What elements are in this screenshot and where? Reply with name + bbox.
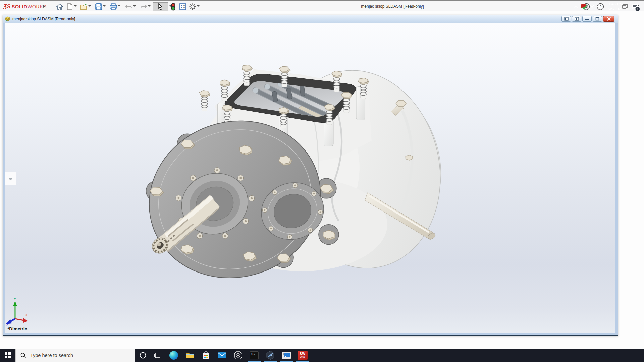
display-app-icon: [282, 351, 291, 359]
action-center-button[interactable]: 1: [628, 0, 641, 13]
cover-screw: [269, 226, 273, 231]
open-caret-icon[interactable]: [88, 5, 91, 7]
gearbox-model[interactable]: Z Y X: [5, 23, 615, 333]
cover-screw: [312, 191, 316, 196]
select-tool-button[interactable]: [153, 2, 168, 11]
save-button[interactable]: [94, 3, 103, 11]
options-caret-icon[interactable]: [197, 5, 200, 7]
feature-panel-collapse-tab[interactable]: [5, 172, 16, 185]
doc-minimize-button[interactable]: [582, 16, 592, 22]
cover-screw: [262, 208, 267, 213]
app-titlebar: ƷS SOLIDWORKS: [0, 1, 644, 11]
file-properties-button[interactable]: [178, 3, 187, 11]
tray-network[interactable]: [588, 0, 596, 13]
boss-screw: [222, 233, 228, 239]
redo-button[interactable]: [139, 3, 148, 11]
edrawings-icon: [266, 351, 275, 360]
search-icon: [20, 353, 26, 358]
tray-date: 5/9/2022: [604, 7, 627, 12]
cover-screw: [287, 235, 292, 239]
document-titlebar[interactable]: menjac sklop.SLDASM [Read-only]: [3, 15, 618, 23]
boss-screw: [190, 175, 196, 181]
cover-screw: [293, 183, 298, 188]
tray-expand-button[interactable]: [572, 0, 580, 13]
microsoft-store-icon: [202, 351, 210, 359]
select-cursor-icon: [158, 3, 163, 10]
taskbar-app-display-app[interactable]: [279, 349, 294, 362]
taskbar-search[interactable]: [15, 349, 135, 362]
traffic-light-icon: [171, 3, 175, 11]
cortana-button[interactable]: [136, 349, 150, 362]
taskbar-app-edrawings[interactable]: [263, 349, 278, 362]
new-document-icon: [67, 3, 72, 10]
boss-screw: [197, 233, 203, 239]
task-view-icon: [154, 352, 161, 359]
options-button[interactable]: [188, 3, 197, 11]
taskbar-app-command-prompt[interactable]: C:\_: [247, 349, 262, 362]
taskbar-app-3d-viewer[interactable]: [231, 349, 246, 362]
taskbar-app-edge[interactable]: [166, 349, 181, 362]
task-view-button[interactable]: [150, 349, 165, 362]
pane-left-icon: [564, 17, 569, 21]
command-prompt-icon: C:\_: [250, 351, 259, 359]
taskbar-app-solidworks[interactable]: SW 2021: [295, 349, 310, 362]
file-properties-icon: [179, 3, 186, 10]
pane-left-button[interactable]: [561, 16, 571, 22]
print-caret-icon[interactable]: [118, 5, 120, 7]
doc-minimize-icon: [585, 17, 589, 21]
flange-bolt: [239, 145, 252, 155]
3d-viewer-icon: [234, 351, 243, 360]
undo-caret-icon[interactable]: [133, 5, 136, 7]
home-button[interactable]: [55, 3, 64, 11]
cortana-icon: [139, 352, 147, 359]
undo-icon: [125, 4, 132, 10]
doc-restore-button[interactable]: [593, 16, 602, 22]
view-orientation-label: *Dimetric: [7, 326, 27, 331]
taskbar-app-store[interactable]: [199, 349, 213, 362]
new-document-button[interactable]: [65, 3, 74, 11]
print-button[interactable]: [109, 3, 118, 11]
pane-right-button[interactable]: [572, 16, 581, 22]
open-folder-icon: [80, 3, 88, 10]
menu-expand-arrow-icon[interactable]: [43, 5, 45, 8]
windows-taskbar: C:\_ SW 2021: [0, 349, 644, 362]
solidworks-logo: ƷS SOLIDWORKS: [3, 3, 47, 10]
cover-screw: [272, 190, 277, 195]
solidworks-2021-icon: SW 2021: [298, 351, 308, 360]
cover-bolt: [199, 90, 210, 111]
mail-icon: [218, 352, 226, 359]
tray-solidworks-status[interactable]: [580, 0, 588, 13]
boss-screw: [176, 195, 181, 201]
assembly-icon: [5, 16, 10, 21]
graphics-viewport[interactable]: Z Y X *Dimetric: [5, 23, 615, 333]
save-caret-icon[interactable]: [103, 5, 106, 7]
document-window: menjac sklop.SLDASM [Read-only]: [3, 15, 618, 336]
undo-button[interactable]: [124, 3, 133, 11]
boss-screw: [238, 175, 244, 181]
chevron-up-icon: [574, 5, 579, 8]
gearbox-assembly[interactable]: [129, 55, 459, 300]
gear-icon: [189, 3, 196, 10]
doc-restore-icon: [595, 17, 599, 21]
collapse-tab-dot-icon: [9, 178, 12, 180]
tray-clock[interactable]: 1:46 PM 5/9/2022: [604, 2, 627, 360]
taskbar-app-file-explorer[interactable]: [182, 349, 197, 362]
cover-screw: [318, 210, 323, 215]
search-input[interactable]: [30, 353, 124, 358]
boss-screw: [249, 195, 255, 201]
rebuild-button[interactable]: [169, 3, 177, 11]
app-window-title: menjac sklop.SLDASM [Read-only]: [208, 4, 577, 9]
start-button[interactable]: [0, 349, 15, 362]
wifi-icon: [589, 4, 595, 9]
print-icon: [110, 3, 117, 10]
windows-logo-icon: [5, 352, 11, 358]
solidworks-check-icon: [581, 4, 587, 10]
new-document-caret-icon[interactable]: [74, 5, 77, 7]
tray-volume[interactable]: [596, 0, 604, 13]
redo-caret-icon[interactable]: [148, 5, 151, 7]
taskbar-app-mail[interactable]: [215, 349, 229, 362]
boss-screw: [214, 168, 220, 173]
solidworks-logo-glyph: ƷS: [3, 3, 11, 10]
open-button[interactable]: [79, 3, 88, 11]
boss-screw: [243, 218, 249, 224]
